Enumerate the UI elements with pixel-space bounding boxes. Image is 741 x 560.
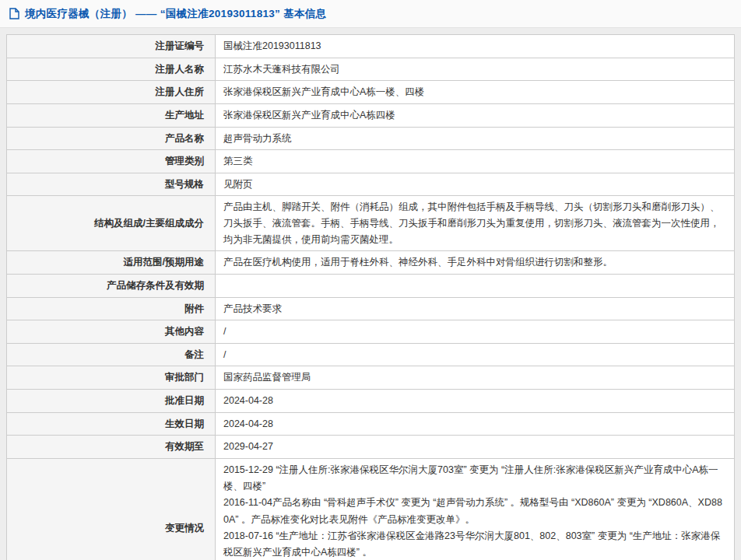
row-value: 超声骨动力系统 (216, 127, 735, 150)
row-label: 备注 (7, 343, 216, 366)
row-label: 型号规格 (7, 173, 216, 196)
row-value: 国家药品监督管理局 (216, 366, 735, 390)
row-label: 审批部门 (7, 366, 216, 390)
table-row: 产品储存条件及有效期 (7, 274, 735, 297)
row-label: 产品储存条件及有效期 (7, 274, 216, 297)
table-row: 生效日期2024-04-28 (7, 412, 735, 436)
row-value: 2029-04-27 (216, 436, 735, 459)
table-row: 变更情况2015-12-29 “注册人住所:张家港保税区华尔润大厦703室” 变… (7, 458, 735, 560)
info-table-container: 注册证编号国械注准20193011813注册人名称江苏水木天蓬科技有限公司注册人… (6, 34, 735, 560)
page-header: 境内医疗器械（注册） —— “国械注准20193011813” 基本信息 (0, 0, 741, 28)
row-label: 生效日期 (7, 412, 216, 436)
row-label: 注册人名称 (7, 58, 216, 81)
row-label: 附件 (7, 297, 216, 320)
row-value: 国械注准20193011813 (216, 35, 735, 58)
row-label: 批准日期 (7, 390, 216, 413)
row-label: 结构及组成/主要组成成分 (7, 196, 216, 251)
table-row: 有效期至2029-04-27 (7, 436, 735, 459)
row-label: 有效期至 (7, 436, 216, 459)
row-label: 注册证编号 (7, 35, 216, 58)
table-row: 注册人名称江苏水木天蓬科技有限公司 (7, 58, 735, 81)
row-label: 注册人住所 (7, 81, 216, 104)
table-row: 批准日期2024-04-28 (7, 390, 735, 413)
table-row: 产品名称超声骨动力系统 (7, 127, 735, 150)
info-table-body: 注册证编号国械注准20193011813注册人名称江苏水木天蓬科技有限公司注册人… (7, 35, 735, 560)
row-label: 适用范围/预期用途 (7, 251, 216, 275)
table-row: 管理类别第三类 (7, 150, 735, 173)
row-value: 产品由主机、脚踏开关、附件（消耗品）组成，其中附件包括手柄及手柄导线、刀头（切割… (216, 196, 735, 251)
table-row: 注册人住所张家港保税区新兴产业育成中心A栋一楼、四楼 (7, 81, 735, 104)
row-label: 产品名称 (7, 127, 216, 150)
row-value: 2015-12-29 “注册人住所:张家港保税区华尔润大厦703室” 变更为 “… (216, 458, 735, 560)
row-label: 管理类别 (7, 150, 216, 173)
row-value: 第三类 (216, 150, 735, 173)
row-value: 2024-04-28 (216, 412, 735, 436)
table-row: 注册证编号国械注准20193011813 (7, 35, 735, 58)
table-row: 审批部门国家药品监督管理局 (7, 366, 735, 390)
row-value: 见附页 (216, 173, 735, 196)
row-label: 变更情况 (7, 458, 216, 560)
row-value: / (216, 343, 735, 366)
table-row: 型号规格见附页 (7, 173, 735, 196)
row-value: 产品在医疗机构使用，适用于脊柱外科、神经外科、手足外科中对骨组织进行切割和整形。 (216, 251, 735, 275)
table-row: 备注/ (7, 343, 735, 366)
row-value: 江苏水木天蓬科技有限公司 (216, 58, 735, 81)
row-label: 生产地址 (7, 103, 216, 127)
table-row: 附件产品技术要求 (7, 297, 735, 320)
table-row: 结构及组成/主要组成成分产品由主机、脚踏开关、附件（消耗品）组成，其中附件包括手… (7, 196, 735, 251)
row-value: 产品技术要求 (216, 297, 735, 320)
row-label: 其他内容 (7, 320, 216, 344)
table-row: 适用范围/预期用途产品在医疗机构使用，适用于脊柱外科、神经外科、手足外科中对骨组… (7, 251, 735, 275)
row-value: 2024-04-28 (216, 390, 735, 413)
row-value: 张家港保税区新兴产业育成中心A栋一楼、四楼 (216, 81, 735, 104)
table-row: 其他内容/ (7, 320, 735, 344)
row-value (216, 274, 735, 297)
document-icon (9, 8, 19, 19)
row-value: / (216, 320, 735, 344)
page-title: 境内医疗器械（注册） —— “国械注准20193011813” 基本信息 (25, 7, 326, 21)
info-table: 注册证编号国械注准20193011813注册人名称江苏水木天蓬科技有限公司注册人… (6, 34, 735, 560)
table-row: 生产地址张家港保税区新兴产业育成中心A栋四楼 (7, 103, 735, 127)
row-value: 张家港保税区新兴产业育成中心A栋四楼 (216, 103, 735, 127)
